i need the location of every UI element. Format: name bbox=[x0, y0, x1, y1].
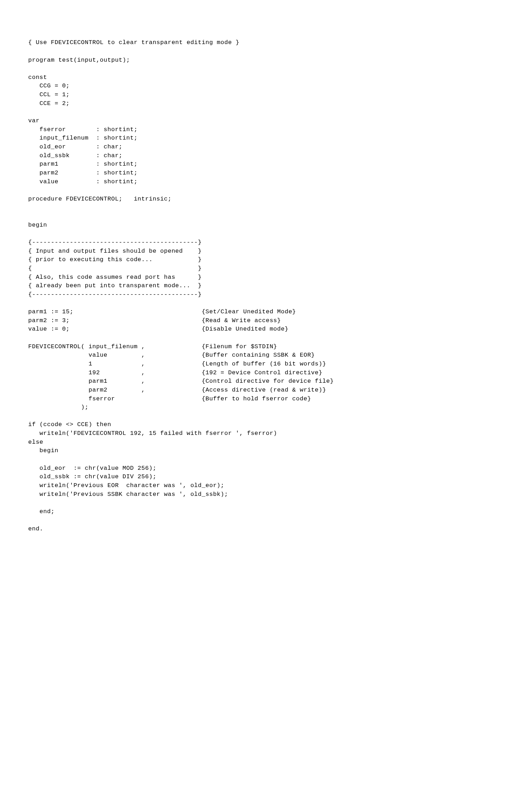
code-listing: { Use FDEVICECONTROL to clear transparen… bbox=[28, 38, 486, 534]
